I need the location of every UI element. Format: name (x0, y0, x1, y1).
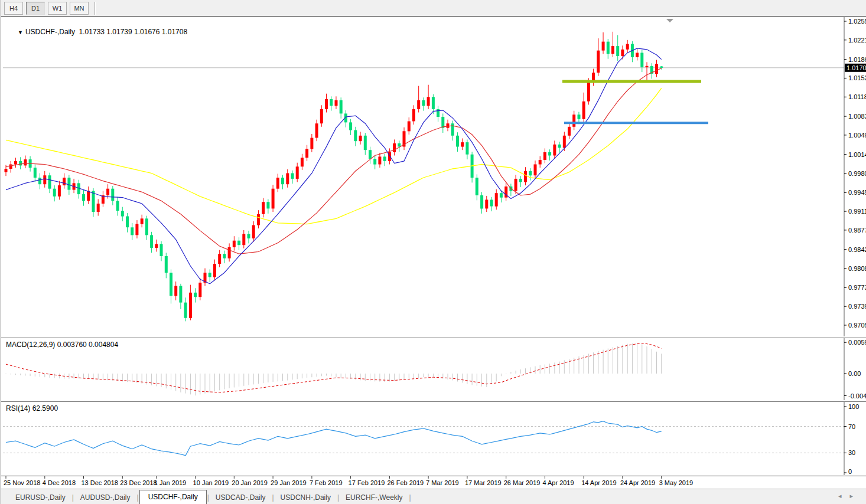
svg-text:26 Feb 2019: 26 Feb 2019 (387, 479, 424, 486)
tab-usdcnh-daily[interactable]: USDCNH-,Daily (275, 491, 337, 504)
svg-text:0.99450: 0.99450 (848, 189, 866, 196)
svg-text:1.02210: 1.02210 (848, 37, 866, 44)
chart-tabs-bar: EURUSD-,Daily|AUDUSD-,Daily|USDCHF-,Dail… (1, 489, 866, 504)
svg-text:0.97050: 0.97050 (848, 322, 866, 329)
rsi-indicator-panel: RSI(14) 62.5900 10070300 (1, 401, 866, 476)
svg-text:0.99800: 0.99800 (848, 170, 866, 177)
tab-scrollers: ◂▸ (838, 492, 861, 500)
rsi-label: RSI(14) 62.5900 (6, 404, 58, 413)
svg-text:0.97390: 0.97390 (848, 303, 866, 310)
triangle-down-icon: ▼ (18, 30, 23, 35)
tab-audusd-daily[interactable]: AUDUSD-,Daily (74, 491, 136, 504)
macd-label: MACD(12,26,9) 0.003760 0.004804 (6, 341, 118, 349)
svg-text:1.00140: 1.00140 (848, 151, 866, 158)
trading-terminal-window: H4D1W1MN ▼USDCHF-,Daily 1.01733 1.01739 … (0, 0, 866, 504)
svg-text:29 Jan 2019: 29 Jan 2019 (271, 479, 307, 486)
svg-text:0.98420: 0.98420 (848, 246, 866, 253)
svg-text:4 Apr 2019: 4 Apr 2019 (542, 479, 574, 486)
tab-scroll-right-icon[interactable]: ▸ (849, 492, 861, 499)
svg-text:0.00: 0.00 (848, 370, 861, 377)
svg-text:25 Nov 2018: 25 Nov 2018 (4, 479, 40, 486)
date-axis-labels: 25 Nov 20184 Dec 201813 Dec 201823 Dec 2… (4, 476, 693, 486)
svg-text:10 Jan 2019: 10 Jan 2019 (193, 479, 229, 486)
date-axis-surface: 25 Nov 20184 Dec 201813 Dec 201823 Dec 2… (1, 476, 866, 489)
chart-title: ▼USDCHF-,Daily 1.01733 1.01739 1.01676 1… (6, 19, 187, 44)
svg-text:24 Apr 2019: 24 Apr 2019 (620, 479, 655, 486)
svg-text:1.00830: 1.00830 (848, 113, 866, 120)
macd-background (1, 338, 866, 400)
svg-text:0.98080: 0.98080 (848, 265, 866, 272)
svg-text:1.01860: 1.01860 (848, 56, 866, 63)
svg-text:0.99110: 0.99110 (848, 208, 866, 215)
svg-text:70: 70 (848, 423, 855, 430)
current-price-value: 1.01708 (847, 64, 866, 71)
svg-text:1.02550: 1.02550 (848, 18, 866, 25)
svg-text:3 May 2019: 3 May 2019 (659, 479, 693, 486)
tab-eurusd-daily[interactable]: EURUSD-,Daily (9, 491, 71, 504)
tab-separator: | (408, 493, 411, 504)
chart-ohlc-values: 1.01733 1.01739 1.01676 1.01708 (79, 28, 188, 36)
svg-text:0.98770: 0.98770 (848, 227, 866, 234)
svg-text:7 Feb 2019: 7 Feb 2019 (310, 479, 343, 486)
chart-background (1, 17, 866, 336)
svg-text:14 Apr 2019: 14 Apr 2019 (581, 479, 616, 486)
candlestick-chart-surface[interactable]: 1.025501.022101.018601.015201.011801.008… (1, 17, 866, 336)
timeframe-button-mn[interactable]: MN (70, 2, 89, 15)
svg-text:0.97730: 0.97730 (848, 284, 866, 291)
svg-text:4 Dec 2018: 4 Dec 2018 (43, 479, 76, 486)
rsi-background (1, 402, 866, 475)
svg-text:17 Mar 2019: 17 Mar 2019 (465, 479, 502, 486)
svg-text:30: 30 (848, 449, 855, 456)
price-chart-panel[interactable]: ▼USDCHF-,Daily 1.01733 1.01739 1.01676 1… (1, 17, 866, 337)
timeframe-button-h4[interactable]: H4 (4, 2, 23, 15)
rsi-chart-surface: 10070300 (1, 402, 866, 475)
tab-usdcad-daily[interactable]: USDCAD-,Daily (210, 491, 272, 504)
timeframe-toolbar: H4D1W1MN (1, 0, 866, 17)
svg-text:1.00490: 1.00490 (848, 132, 866, 139)
svg-text:17 Feb 2019: 17 Feb 2019 (349, 479, 385, 486)
svg-text:1 Jan 2019: 1 Jan 2019 (154, 479, 186, 486)
svg-text:1.01180: 1.01180 (848, 93, 866, 100)
svg-text:0.00597: 0.00597 (848, 339, 866, 346)
svg-text:20 Jan 2019: 20 Jan 2019 (232, 479, 268, 486)
timeframe-button-d1[interactable]: D1 (26, 2, 45, 15)
tab-eurchf-weekly[interactable]: EURCHF-,Weekly (340, 491, 408, 504)
date-axis: 25 Nov 20184 Dec 201813 Dec 201823 Dec 2… (1, 476, 866, 489)
svg-text:26 Mar 2019: 26 Mar 2019 (504, 479, 541, 486)
svg-text:100: 100 (848, 403, 859, 410)
timeframe-button-w1[interactable]: W1 (48, 2, 67, 15)
svg-text:0: 0 (848, 468, 852, 475)
svg-text:7 Mar 2019: 7 Mar 2019 (426, 479, 459, 486)
timeframe-buttons: H4D1W1MN (1, 2, 89, 15)
tab-scroll-left-icon[interactable]: ◂ (838, 492, 850, 499)
chart-symbol-label: USDCHF-,Daily (25, 28, 75, 36)
svg-text:1.01520: 1.01520 (848, 74, 866, 81)
tab-usdchf-daily[interactable]: USDCHF-,Daily (139, 490, 207, 504)
toolbar-separator (95, 2, 96, 15)
macd-chart-surface: 0.005970.00-0.004243 (1, 338, 866, 400)
svg-text:13 Dec 2018: 13 Dec 2018 (82, 479, 118, 486)
macd-indicator-panel: MACD(12,26,9) 0.003760 0.004804 0.005970… (1, 338, 866, 401)
svg-text:-0.004243: -0.004243 (848, 392, 866, 400)
svg-text:23 Dec 2018: 23 Dec 2018 (120, 479, 157, 486)
